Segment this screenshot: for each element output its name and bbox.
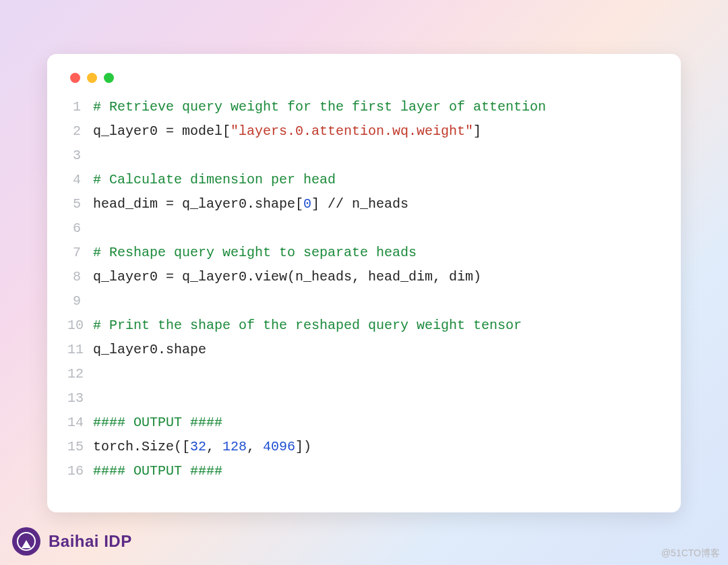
line-content: # Print the shape of the reshaped query …: [93, 314, 522, 338]
minimize-dot-icon: [87, 73, 97, 83]
code-line: 2q_layer0 = model["layers.0.attention.wq…: [67, 119, 661, 144]
token-comment: # Calculate dimension per head: [93, 172, 336, 187]
watermark-text: @51CTO博客: [661, 547, 720, 560]
token-comment: #### OUTPUT ####: [93, 415, 222, 430]
token-comment: # Reshape query weight to separate heads: [93, 245, 417, 260]
line-content: q_layer0 = model["layers.0.attention.wq.…: [93, 119, 481, 144]
token-num: 4096: [263, 439, 295, 454]
code-line: 7# Reshape query weight to separate head…: [67, 241, 661, 265]
token-plain: q_layer0 = model[: [93, 123, 231, 139]
line-number: 1: [67, 95, 93, 119]
code-line: 5head_dim = q_layer0.shape[0] // n_heads: [67, 192, 661, 216]
line-content: q_layer0 = q_layer0.view(n_heads, head_d…: [93, 265, 481, 289]
token-plain: torch.Size([: [93, 439, 190, 454]
line-number: 13: [67, 386, 93, 411]
code-line: 8q_layer0 = q_layer0.view(n_heads, head_…: [67, 265, 661, 289]
code-block: 1# Retrieve query weight for the first l…: [67, 95, 661, 483]
token-plain: ,: [206, 439, 222, 454]
line-content: q_layer0.shape: [93, 338, 206, 362]
code-line: 3: [67, 144, 661, 168]
brand-logo-icon: [12, 527, 40, 556]
close-dot-icon: [70, 73, 80, 83]
code-line: 1# Retrieve query weight for the first l…: [67, 95, 661, 119]
token-comment: # Retrieve query weight for the first la…: [93, 99, 546, 115]
zoom-dot-icon: [104, 73, 114, 83]
line-content: # Reshape query weight to separate heads: [93, 241, 417, 265]
token-plain: ] // n_heads: [311, 196, 408, 212]
line-number: 8: [67, 265, 93, 289]
line-number: 4: [67, 168, 93, 192]
line-number: 11: [67, 338, 93, 362]
token-num: 128: [222, 439, 247, 454]
token-plain: head_dim = q_layer0.shape[: [93, 196, 303, 212]
line-number: 10: [67, 314, 93, 338]
line-number: 6: [67, 216, 93, 241]
line-number: 12: [67, 362, 93, 386]
line-number: 15: [67, 435, 93, 459]
token-num: 32: [190, 439, 206, 454]
footer: Baihai IDP: [12, 527, 132, 556]
token-plain: q_layer0 = q_layer0.view(n_heads, head_d…: [93, 269, 481, 285]
code-line: 14#### OUTPUT ####: [67, 411, 661, 435]
line-content: head_dim = q_layer0.shape[0] // n_heads: [93, 192, 408, 216]
line-number: 3: [67, 144, 93, 168]
token-num: 0: [303, 196, 311, 212]
code-line: 13: [67, 386, 661, 411]
token-plain: q_layer0.shape: [93, 342, 206, 357]
token-plain: ,: [247, 439, 263, 454]
code-line: 6: [67, 216, 661, 241]
window-traffic-lights: [67, 73, 661, 83]
token-plain: ]: [473, 123, 481, 139]
code-line: 15torch.Size([32, 128, 4096]): [67, 435, 661, 459]
code-card: 1# Retrieve query weight for the first l…: [47, 54, 681, 512]
code-line: 12: [67, 362, 661, 386]
line-content: # Calculate dimension per head: [93, 168, 336, 192]
token-comment: #### OUTPUT ####: [93, 463, 222, 479]
token-str: "layers.0.attention.wq.weight": [231, 123, 473, 139]
code-line: 4# Calculate dimension per head: [67, 168, 661, 192]
line-number: 2: [67, 119, 93, 144]
line-number: 9: [67, 289, 93, 314]
token-comment: # Print the shape of the reshaped query …: [93, 318, 522, 333]
brand-name: Baihai IDP: [49, 532, 132, 551]
line-number: 5: [67, 192, 93, 216]
line-content: torch.Size([32, 128, 4096]): [93, 435, 311, 459]
line-content: #### OUTPUT ####: [93, 411, 222, 435]
code-line: 11q_layer0.shape: [67, 338, 661, 362]
code-line: 9: [67, 289, 661, 314]
line-number: 16: [67, 459, 93, 483]
code-line: 10# Print the shape of the reshaped quer…: [67, 314, 661, 338]
line-number: 14: [67, 411, 93, 435]
token-plain: ]): [295, 439, 311, 454]
code-line: 16#### OUTPUT ####: [67, 459, 661, 483]
line-content: #### OUTPUT ####: [93, 459, 222, 483]
line-number: 7: [67, 241, 93, 265]
line-content: # Retrieve query weight for the first la…: [93, 95, 546, 119]
